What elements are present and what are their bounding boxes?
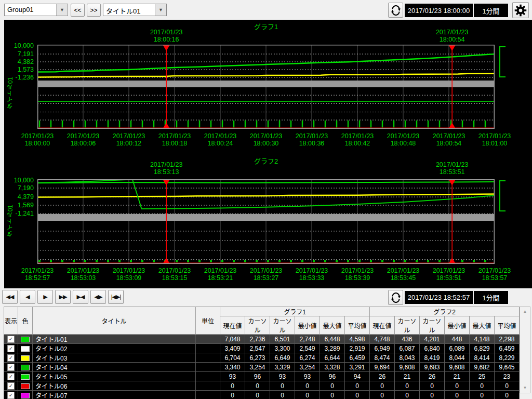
- series-dot: [324, 260, 326, 262]
- table-row[interactable]: ✓タイトル06000000000000: [4, 381, 520, 391]
- value-cell: 0: [295, 391, 320, 399]
- row-visible-checkbox[interactable]: ✓: [7, 382, 15, 390]
- header-current: 現在値: [220, 316, 245, 335]
- row-visible-checkbox[interactable]: ✓: [7, 392, 15, 399]
- series-dot: [153, 260, 155, 262]
- cursor-time-label: 2017/01/2318:53:13: [130, 161, 203, 176]
- value-cell: 0: [495, 391, 520, 399]
- unit-cell: [196, 353, 220, 363]
- series-data-table: 表示 色 タイトル 単位 グラフ1 グラフ2 現在値 カーソル カーソル 最小値…: [4, 307, 520, 399]
- value-cell: 25: [470, 372, 495, 381]
- series-dot: [267, 260, 269, 262]
- value-cell: 9,608: [395, 363, 420, 372]
- series-color-swatch: [21, 365, 30, 370]
- datetime-display[interactable]: 2017/01/23 18:52:57: [405, 291, 473, 304]
- value-cell: 8,229: [495, 353, 520, 363]
- series-dot: [141, 260, 143, 262]
- datetime-display[interactable]: 2017/01/23 18:00:00: [405, 4, 473, 17]
- value-cell: 0: [470, 381, 495, 391]
- series-dot: [404, 260, 406, 262]
- x-axis-tick-label: 2017/01/2318:53:39: [335, 267, 380, 282]
- value-cell: 0: [320, 391, 345, 399]
- scroll-up-icon[interactable]: ▲: [520, 309, 530, 315]
- scroll-down-icon[interactable]: ▼: [520, 385, 530, 391]
- value-cell: 4,201: [420, 335, 445, 344]
- series-dot: [244, 260, 246, 262]
- cursors-outward-button[interactable]: ◀▶: [90, 290, 106, 304]
- chevron-down-icon[interactable]: ▼: [155, 4, 166, 16]
- x-axis-tick-label: 2017/01/2318:53:21: [197, 267, 243, 282]
- table-row[interactable]: ✓タイトル023,4092,5473,3002,5493,2892,9196,9…: [4, 344, 520, 353]
- header-unit: 単位: [196, 307, 220, 335]
- title-select-value: タイトル01: [103, 4, 155, 16]
- fast-forward-button[interactable]: ▶▶: [55, 290, 71, 304]
- series-dot: [118, 260, 121, 262]
- show-cell: ✓: [4, 391, 18, 399]
- range-bracket: [499, 180, 506, 211]
- unit-cell: [196, 363, 220, 372]
- interval-display[interactable]: 1分間: [474, 291, 508, 304]
- row-visible-checkbox[interactable]: ✓: [7, 336, 15, 343]
- interval-display[interactable]: 1分間: [474, 4, 508, 17]
- step-back-button[interactable]: ◀: [20, 290, 35, 304]
- row-visible-checkbox[interactable]: ✓: [7, 364, 15, 371]
- value-cell: 3,254: [245, 363, 270, 372]
- settings-button[interactable]: [512, 2, 529, 18]
- cursors-to-edges-button[interactable]: |◀▶|: [108, 290, 124, 304]
- value-cell: 0: [245, 391, 270, 399]
- value-cell: 6,501: [270, 335, 295, 344]
- x-axis-tick-label: 2017/01/2318:53:03: [60, 267, 106, 282]
- table-row[interactable]: ✓タイトル07000000000000: [4, 391, 520, 399]
- cursor-handle-bottom[interactable]: [163, 258, 170, 264]
- group-select[interactable]: Group01 ▼: [4, 4, 68, 16]
- step-forward-button[interactable]: ▶: [37, 290, 53, 304]
- series-dot: [256, 260, 258, 262]
- series-dot: [290, 260, 292, 262]
- value-cell: 21: [445, 372, 470, 381]
- cursors-inward-button[interactable]: ▶◀: [73, 290, 88, 304]
- value-cell: 21: [395, 372, 420, 381]
- value-cell: 9,608: [445, 363, 470, 372]
- refresh-icon: [391, 292, 401, 303]
- table-row[interactable]: ✓タイトル017,0482,7366,5012,7486,4484,5984,7…: [4, 335, 520, 344]
- x-axis-tick-label: 2017/01/2318:53:09: [106, 267, 152, 282]
- title-select[interactable]: タイトル01 ▼: [103, 4, 167, 16]
- table-scrollbar[interactable]: ▲ ▼: [520, 307, 530, 393]
- table-row[interactable]: ✓タイトル05939693939694262126212523: [4, 372, 520, 381]
- value-cell: 6,459: [345, 353, 370, 363]
- top-toolbar: Group01 ▼ << >> タイトル01 ▼ 2017/01/23 18:0…: [0, 0, 532, 20]
- table-row[interactable]: ✓タイトル036,7046,2736,6496,2746,6446,4598,4…: [4, 353, 520, 363]
- x-axis-tick-label: 2017/01/2318:53:45: [380, 267, 426, 282]
- refresh-button[interactable]: [388, 290, 403, 305]
- show-cell: ✓: [4, 381, 18, 391]
- row-visible-checkbox[interactable]: ✓: [7, 354, 15, 362]
- header-max: 最大値: [320, 316, 345, 335]
- series-dot: [107, 260, 109, 262]
- unit-cell: [196, 381, 220, 391]
- table-row[interactable]: ✓タイトル043,3403,2543,3293,2543,3283,2919,6…: [4, 363, 520, 372]
- unit-cell: [196, 391, 220, 399]
- prev-group-button[interactable]: <<: [71, 4, 85, 17]
- value-cell: 0: [220, 391, 245, 399]
- value-cell: 8,414: [470, 353, 495, 363]
- row-title-cell: タイトル01: [33, 335, 196, 344]
- rewind-button[interactable]: ◀◀: [2, 290, 18, 304]
- refresh-button[interactable]: [388, 3, 403, 18]
- cursor-handle-bottom[interactable]: [448, 258, 456, 264]
- series-color-swatch: [21, 355, 30, 361]
- next-group-button[interactable]: >>: [87, 4, 101, 17]
- value-cell: 6,274: [295, 353, 320, 363]
- value-cell: 3,300: [270, 344, 295, 353]
- series-dot: [381, 260, 383, 262]
- header-graph1: グラフ1: [220, 307, 370, 316]
- cursor-time-label: 2017/01/2318:53:51: [416, 161, 488, 176]
- chevron-down-icon[interactable]: ▼: [56, 4, 68, 16]
- series-dot: [233, 260, 235, 262]
- value-cell: 6,649: [270, 353, 295, 363]
- refresh-icon: [391, 5, 401, 16]
- row-visible-checkbox[interactable]: ✓: [7, 373, 15, 380]
- row-title-cell: タイトル05: [33, 372, 196, 381]
- header-current: 現在値: [370, 316, 395, 335]
- value-cell: 4,598: [345, 335, 370, 344]
- row-visible-checkbox[interactable]: ✓: [7, 345, 15, 352]
